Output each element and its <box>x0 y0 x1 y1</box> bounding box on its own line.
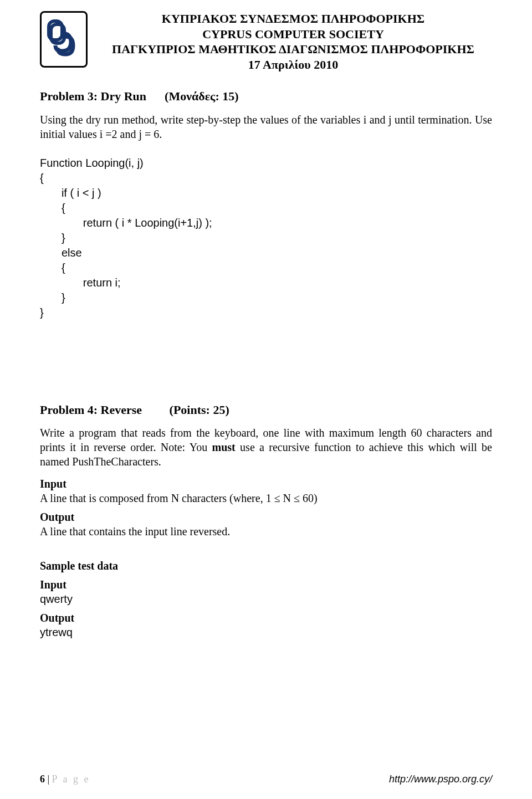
spacer <box>40 539 492 554</box>
ccs-logo <box>40 11 88 68</box>
input-label: Input <box>40 477 492 491</box>
code-l1: Function Looping(i, j) <box>40 157 144 169</box>
problem4-title-row: Problem 4: Reverse (Points: 25) <box>40 402 492 418</box>
footer-url: http://www.pspo.org.cy/ <box>389 773 492 786</box>
code-l7: else <box>40 247 82 259</box>
output-text: A line that contains the input line reve… <box>40 524 492 539</box>
problem3-points: (Μονάδες: 15) <box>165 89 238 103</box>
ccs-logo-icon <box>47 18 81 61</box>
code-block: Function Looping(i, j) { if ( i < j ) { … <box>40 156 492 320</box>
code-l8: { <box>40 262 65 274</box>
header-text-block: ΚΥΠΡΙΑΚΟΣ ΣΥΝΔΕΣΜΟΣ ΠΛΗΡΟΦΟΡΙΚΗΣ CYPRUS … <box>94 11 492 72</box>
problem4-desc-bold: must <box>212 441 236 453</box>
sample-input-label: Input <box>40 577 492 592</box>
problem3-title: Problem 3: Dry Run <box>40 89 146 103</box>
header-line-1: ΚΥΠΡΙΑΚΟΣ ΣΥΝΔΕΣΜΟΣ ΠΛΗΡΟΦΟΡΙΚΗΣ <box>94 11 492 27</box>
problem4-description: Write a program that reads from the keyb… <box>40 426 492 469</box>
page-header: ΚΥΠΡΙΑΚΟΣ ΣΥΝΔΕΣΜΟΣ ΠΛΗΡΟΦΟΡΙΚΗΣ CYPRUS … <box>40 11 492 72</box>
footer-pagenum: 6 <box>40 774 45 785</box>
output-label: Output <box>40 510 492 524</box>
footer-page-number: 6 | P a g e <box>40 773 90 786</box>
code-l9: return i; <box>40 276 121 289</box>
code-l5: return ( i * Looping(i+1,j) ); <box>40 217 212 229</box>
header-line-2: CYPRUS COMPUTER SOCIETY <box>94 27 492 42</box>
page-footer: 6 | P a g e http://www.pspo.org.cy/ <box>40 773 492 786</box>
footer-sep: | <box>45 774 52 785</box>
code-l6: } <box>40 232 65 244</box>
sample-output-label: Output <box>40 611 492 625</box>
code-l10: } <box>40 291 65 304</box>
problem4-title: Problem 4: Reverse <box>40 403 142 417</box>
code-l2: { <box>40 172 44 184</box>
sample-input: qwerty <box>40 592 492 606</box>
header-line-4: 17 Απριλίου 2010 <box>94 57 492 73</box>
sample-output: ytrewq <box>40 625 492 639</box>
code-l4: { <box>40 202 65 214</box>
input-text: A line that is composed from N character… <box>40 491 492 505</box>
code-l11: } <box>40 306 44 319</box>
problem4-points: (Points: 25) <box>170 403 229 417</box>
sample-test-data-label: Sample test data <box>40 559 492 573</box>
footer-page-label: P a g e <box>52 774 90 785</box>
problem3-title-row: Problem 3: Dry Run (Μονάδες: 15) <box>40 89 492 105</box>
problem3-description: Using the dry run method, write step-by-… <box>40 112 492 141</box>
header-line-3: ΠΑΓΚΥΠΡΙΟΣ ΜΑΘΗΤΙΚΟΣ ΔΙΑΓΩΝΙΣΜΟΣ ΠΛΗΡΟΦΟ… <box>94 42 492 57</box>
code-l3: if ( i < j ) <box>40 187 101 199</box>
spacer <box>40 354 492 392</box>
